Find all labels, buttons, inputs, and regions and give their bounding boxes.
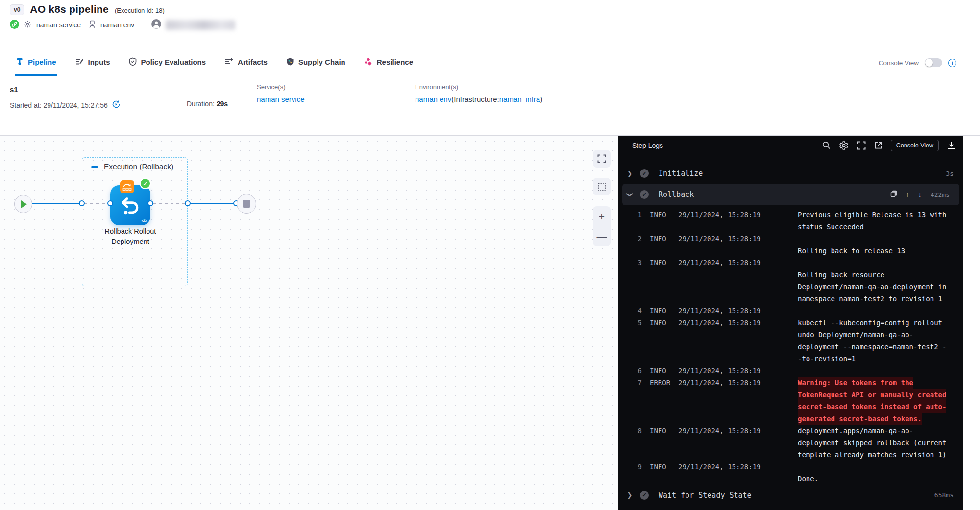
section-duration: 3s bbox=[946, 170, 954, 177]
log-ts: 29/11/2024, 15:28:19 bbox=[678, 317, 798, 329]
log-msg: status Succeeded bbox=[798, 221, 864, 233]
tab-policy-evaluations[interactable]: Policy Evaluations bbox=[128, 49, 207, 76]
edge-start-to-group bbox=[31, 203, 82, 204]
section-duration: 422ms bbox=[931, 191, 950, 198]
infrastructure-link[interactable]: naman_infra bbox=[499, 95, 540, 103]
log-num: 1 bbox=[635, 209, 642, 221]
log-section-rollback[interactable]: ❯ ✓ Rollback ↑ ↓ 422ms bbox=[622, 184, 959, 205]
duration-value: 29s bbox=[217, 100, 228, 108]
gear-icon bbox=[24, 20, 32, 30]
collapse-group-button[interactable] bbox=[91, 163, 98, 170]
log-lvl bbox=[650, 221, 678, 233]
scroll-up-icon[interactable]: ↑ bbox=[906, 191, 909, 198]
log-num bbox=[635, 389, 642, 401]
open-in-new-icon[interactable] bbox=[874, 141, 882, 149]
connector-dot bbox=[185, 200, 191, 206]
download-icon[interactable] bbox=[947, 141, 956, 149]
log-ts bbox=[678, 293, 798, 305]
settings-gear-icon[interactable] bbox=[839, 141, 849, 150]
success-check-icon: ✓ bbox=[140, 178, 151, 189]
log-msg: Rolling back resource bbox=[798, 269, 884, 281]
section-name: Initialize bbox=[659, 169, 703, 178]
log-ts: 29/11/2024, 15:28:19 bbox=[678, 233, 798, 245]
log-ts: 29/11/2024, 15:28:19 bbox=[678, 365, 798, 377]
tab-resilience[interactable]: Resilience bbox=[363, 49, 414, 76]
copy-icon[interactable] bbox=[890, 190, 897, 199]
environments-label: Environment(s) bbox=[415, 83, 542, 91]
play-icon bbox=[21, 200, 27, 208]
log-num: 9 bbox=[635, 461, 642, 473]
log-ts bbox=[678, 473, 798, 485]
stage-divider bbox=[244, 83, 244, 126]
log-lvl bbox=[650, 293, 678, 305]
cd-module-icon bbox=[10, 20, 19, 31]
console-view-toggle[interactable] bbox=[925, 58, 942, 67]
service-link[interactable]: naman service bbox=[257, 95, 305, 103]
log-msg: template already matches revision 1) bbox=[798, 449, 946, 461]
log-section-initialize[interactable]: ❯ ✓ Initialize 3s bbox=[618, 163, 963, 184]
chevron-right-icon[interactable]: ❯ bbox=[626, 170, 633, 177]
chevron-right-icon[interactable]: ❯ bbox=[626, 491, 633, 499]
log-line: namespace naman-test2 to revision 1 bbox=[618, 293, 963, 305]
log-line: 5INFO29/11/2024, 15:28:19kubectl --kubec… bbox=[618, 317, 963, 329]
tab-supply-chain[interactable]: Supply Chain bbox=[285, 49, 346, 76]
console-view-button[interactable]: Console View bbox=[891, 140, 939, 151]
log-lvl bbox=[650, 329, 678, 341]
log-lvl bbox=[650, 341, 678, 353]
canvas-marquee-select-button[interactable] bbox=[593, 178, 611, 195]
log-num: 7 bbox=[635, 377, 642, 389]
log-msg: Rolling back to release 13 bbox=[798, 245, 905, 257]
start-node[interactable] bbox=[14, 195, 32, 213]
environment-icon bbox=[88, 20, 96, 30]
log-ts bbox=[678, 329, 798, 341]
log-lvl: INFO bbox=[650, 461, 678, 473]
info-icon[interactable]: i bbox=[948, 59, 956, 67]
rerun-history-icon[interactable] bbox=[112, 100, 121, 110]
connector-dot bbox=[147, 200, 153, 206]
header-title-row: v0 AO k8s pipeline (Execution Id: 18) bbox=[10, 3, 165, 16]
environment-link[interactable]: naman env bbox=[415, 95, 451, 103]
pipeline-canvas[interactable]: Execution (Rollback) </> ✓ Rollback Roll… bbox=[0, 136, 618, 510]
log-section-wait-for-steady-state[interactable]: ❯ ✓ Wait for Steady State 658ms bbox=[618, 485, 963, 506]
log-line: deployment --namespace=naman-test2 - bbox=[618, 341, 963, 353]
log-line: -to-revision=1 bbox=[618, 353, 963, 365]
log-lvl: INFO bbox=[650, 233, 678, 245]
tab-pipeline[interactable]: Pipeline bbox=[15, 49, 57, 76]
panel-resize-rail[interactable] bbox=[967, 136, 967, 510]
end-node[interactable] bbox=[237, 194, 256, 214]
environment-name: naman env bbox=[100, 21, 134, 29]
console-view-label: Console View bbox=[879, 59, 919, 67]
log-lvl bbox=[650, 389, 678, 401]
log-msg: Previous eligible Release is 13 with bbox=[798, 209, 946, 221]
started-at-text: Started at: 29/11/2024, 15:27:56 bbox=[10, 101, 108, 109]
duration-label: Duration: bbox=[187, 100, 217, 108]
log-num: 4 bbox=[635, 305, 642, 317]
canvas-fullscreen-button[interactable] bbox=[593, 150, 611, 168]
log-num bbox=[635, 329, 642, 341]
log-line: Deployment/naman-qa-ao-deployment in bbox=[618, 281, 963, 293]
services-label: Service(s) bbox=[257, 83, 305, 91]
log-msg: deployment --namespace=naman-test2 - bbox=[798, 341, 946, 353]
log-line: 4INFO29/11/2024, 15:28:19 bbox=[618, 305, 963, 317]
log-panel-header: Step Logs Console View bbox=[618, 136, 963, 155]
environments-column: Environment(s) naman env(Infrastructure:… bbox=[415, 83, 542, 104]
success-check-icon: ✓ bbox=[640, 491, 649, 500]
log-num: 3 bbox=[635, 257, 642, 269]
chevron-down-icon[interactable]: ❯ bbox=[626, 191, 634, 198]
log-num bbox=[635, 269, 642, 281]
fullscreen-icon[interactable] bbox=[857, 141, 866, 150]
rollback-rollout-badge-icon bbox=[120, 180, 134, 193]
tab-artifacts[interactable]: Artifacts bbox=[223, 49, 269, 76]
scroll-down-icon[interactable]: ↓ bbox=[918, 191, 922, 198]
zoom-out-button[interactable]: — bbox=[597, 231, 607, 242]
search-icon[interactable] bbox=[822, 141, 831, 149]
log-num bbox=[635, 473, 642, 485]
log-ts bbox=[678, 281, 798, 293]
zoom-in-button[interactable]: + bbox=[599, 211, 605, 221]
infrastructure-suffix: ) bbox=[540, 95, 542, 103]
tab-inputs[interactable]: Inputs bbox=[74, 49, 111, 76]
service-name: naman service bbox=[36, 21, 81, 29]
log-ts bbox=[678, 437, 798, 449]
log-ts: 29/11/2024, 15:28:19 bbox=[678, 209, 798, 221]
log-msg: Done. bbox=[798, 473, 818, 485]
